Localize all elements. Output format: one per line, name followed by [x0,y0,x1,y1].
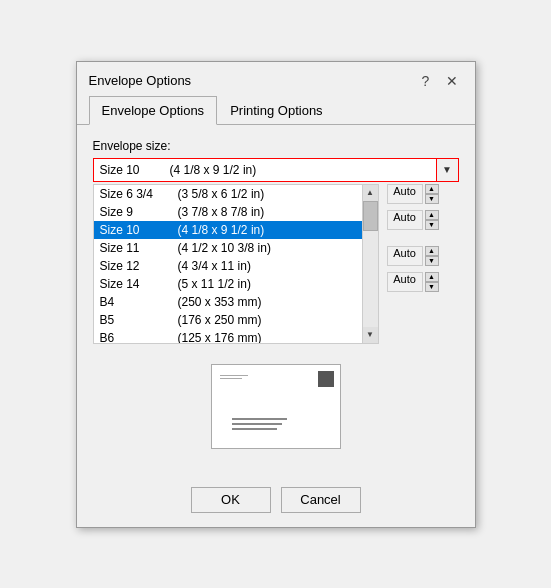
dropdown-list-container: Size 6 3/4(3 5/8 x 6 1/2 in)Size 9(3 7/8… [93,184,379,344]
list-item[interactable]: B4(250 x 353 mm) [94,293,362,311]
spinner-btns-4: ▲ ▼ [425,272,439,292]
list-item[interactable]: Size 12(4 3/4 x 11 in) [94,257,362,275]
item-dim: (125 x 176 mm) [178,331,262,344]
envelope-options-dialog: Envelope Options ? ✕ Envelope Options Pr… [76,61,476,528]
spinners-area: Auto ▲ ▼ Auto ▲ ▼ Auto ▲ [387,184,459,354]
return-line-2 [220,378,242,379]
envelope-size-label: Envelope size: [93,139,459,153]
spinner-down-4[interactable]: ▼ [425,282,439,292]
tab-printing-options[interactable]: Printing Options [217,96,336,125]
scroll-up-button[interactable]: ▲ [363,185,378,201]
item-dim: (4 3/4 x 11 in) [178,259,251,273]
size-list[interactable]: Size 6 3/4(3 5/8 x 6 1/2 in)Size 9(3 7/8… [93,184,363,344]
item-name: Size 12 [100,259,170,273]
return-address-lines [220,375,248,379]
spinner-input-1[interactable]: Auto [387,184,423,204]
item-name: B4 [100,295,170,309]
item-name: Size 14 [100,277,170,291]
spinner-row-2: Auto ▲ ▼ [387,210,459,230]
spinner-row-1: Auto ▲ ▼ [387,184,459,204]
item-dim: (5 x 11 1/2 in) [178,277,251,291]
item-name: Size 11 [100,241,170,255]
item-name: Size 10 [100,223,170,237]
scroll-down-button[interactable]: ▼ [363,327,378,343]
return-line-1 [220,375,248,376]
list-item[interactable]: Size 14(5 x 11 1/2 in) [94,275,362,293]
list-item[interactable]: B6(125 x 176 mm) [94,329,362,344]
close-button[interactable]: ✕ [441,70,463,92]
list-item[interactable]: Size 6 3/4(3 5/8 x 6 1/2 in) [94,185,362,203]
item-dim: (250 x 353 mm) [178,295,262,309]
item-name: Size 9 [100,205,170,219]
envelope-preview [93,364,459,449]
spinner-input-2[interactable]: Auto [387,210,423,230]
item-dim: (3 5/8 x 6 1/2 in) [178,187,265,201]
spinner-btns-3: ▲ ▼ [425,246,439,266]
spinner-input-4[interactable]: Auto [387,272,423,292]
preview-box [211,364,341,449]
spinner-down-3[interactable]: ▼ [425,256,439,266]
stamp-placeholder [318,371,334,387]
dropdown-arrow-button[interactable]: ▼ [436,159,458,181]
spinner-up-2[interactable]: ▲ [425,210,439,220]
dropdown-display: Size 10 (4 1/8 x 9 1/2 in) [94,159,436,181]
item-dim: (4 1/2 x 10 3/8 in) [178,241,271,255]
delivery-line-1 [232,418,287,420]
spinner-up-1[interactable]: ▲ [425,184,439,194]
cancel-button[interactable]: Cancel [281,487,361,513]
item-name: B5 [100,313,170,327]
spinner-btns-1: ▲ ▼ [425,184,439,204]
selected-size-name: Size 10 [100,163,160,177]
list-item[interactable]: B5(176 x 250 mm) [94,311,362,329]
ok-button[interactable]: OK [191,487,271,513]
scroll-track [363,201,378,327]
delivery-address-lines [232,418,287,430]
delivery-line-2 [232,423,282,425]
dialog-footer: OK Cancel [77,477,475,527]
envelope-size-dropdown[interactable]: Size 10 (4 1/8 x 9 1/2 in) ▼ [93,158,459,182]
tab-envelope-options[interactable]: Envelope Options [89,96,218,125]
item-dim: (3 7/8 x 8 7/8 in) [178,205,265,219]
scroll-thumb [363,201,378,231]
spinner-up-3[interactable]: ▲ [425,246,439,256]
list-item[interactable]: Size 11(4 1/2 x 10 3/8 in) [94,239,362,257]
spinner-down-2[interactable]: ▼ [425,220,439,230]
spinner-down-1[interactable]: ▼ [425,194,439,204]
item-name: Size 6 3/4 [100,187,170,201]
spinner-input-3[interactable]: Auto [387,246,423,266]
delivery-line-3 [232,428,277,430]
item-name: B6 [100,331,170,344]
spinner-row-4: Auto ▲ ▼ [387,272,459,292]
list-item[interactable]: Size 10(4 1/8 x 9 1/2 in) [94,221,362,239]
title-bar-buttons: ? ✕ [415,70,463,92]
tab-content: Envelope size: Size 10 (4 1/8 x 9 1/2 in… [77,125,475,477]
selected-size-dim: (4 1/8 x 9 1/2 in) [170,163,257,177]
help-button[interactable]: ? [415,70,437,92]
main-layout: Size 6 3/4(3 5/8 x 6 1/2 in)Size 9(3 7/8… [93,184,459,354]
scrollbar[interactable]: ▲ ▼ [363,184,379,344]
left-col: Size 6 3/4(3 5/8 x 6 1/2 in)Size 9(3 7/8… [93,184,379,354]
spinner-btns-2: ▲ ▼ [425,210,439,230]
spinner-row-3: Auto ▲ ▼ [387,246,459,266]
item-dim: (176 x 250 mm) [178,313,262,327]
dialog-title: Envelope Options [89,73,192,88]
spinner-up-4[interactable]: ▲ [425,272,439,282]
tab-bar: Envelope Options Printing Options [77,96,475,125]
list-item[interactable]: Size 9(3 7/8 x 8 7/8 in) [94,203,362,221]
item-dim: (4 1/8 x 9 1/2 in) [178,223,265,237]
title-bar: Envelope Options ? ✕ [77,62,475,96]
